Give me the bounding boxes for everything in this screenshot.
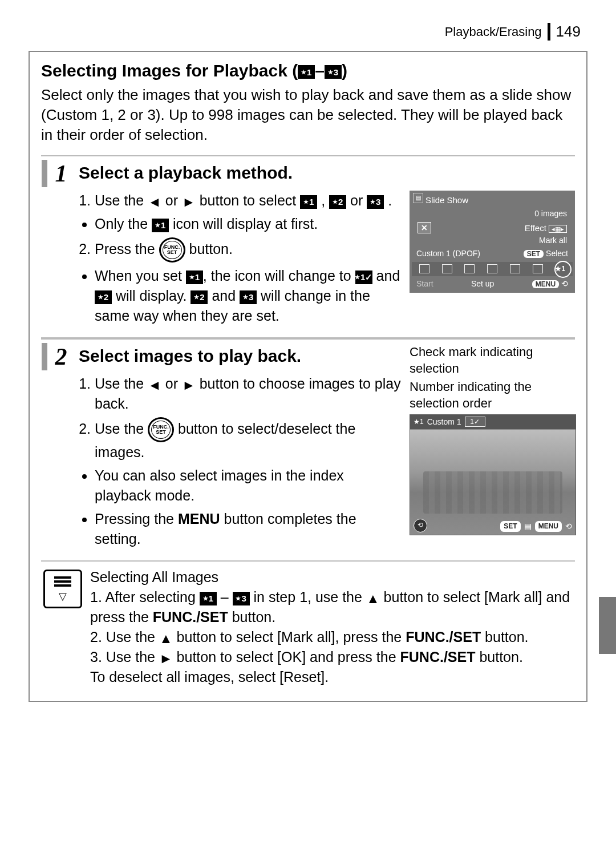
film-icon: ◂▦▸ xyxy=(549,225,567,233)
return-icon: ⟲ xyxy=(565,521,572,532)
step-2: 2 Select images to play back. Use the ◄ … xyxy=(41,338,575,562)
right-arrow-icon: ► xyxy=(159,652,173,665)
screen1-title: Slide Show xyxy=(425,195,468,205)
step2-note2: Pressing the MENU button completes the s… xyxy=(95,509,403,549)
screen1-custom: Custom 1 (DPOF) xyxy=(416,248,480,260)
right-arrow-icon: ► xyxy=(182,378,196,392)
star3-icon: ★3 xyxy=(233,592,250,605)
step1-note2: When you set ★1, the icon will change to… xyxy=(95,266,403,326)
star1-icon: ★1 xyxy=(200,592,217,605)
photo-preview xyxy=(410,430,576,535)
rotate-icon: ⟲ xyxy=(414,519,427,532)
screen1-setup: Set up xyxy=(471,278,494,290)
screen1-effect: Effect xyxy=(525,223,546,233)
title-suffix: ) xyxy=(342,61,347,80)
note-line3: 3. Use the ► button to select [OK] and p… xyxy=(90,647,573,667)
star1-icon: ★1 xyxy=(298,65,315,79)
step-1-number: 1 xyxy=(42,160,75,187)
step1-sub2: Press the FUNC.SET button. xyxy=(95,237,403,263)
header-section: Playback/Erasing xyxy=(445,25,548,39)
note-line4: To deselect all images, select [Reset]. xyxy=(90,667,573,687)
screen1-start: Start xyxy=(416,278,433,290)
right-arrow-icon: ► xyxy=(182,195,196,209)
circle-highlight-icon xyxy=(554,261,572,278)
note-icon: ▽ xyxy=(43,570,82,608)
note-heading: Selecting All Images xyxy=(90,567,573,587)
star3-icon: ★3 xyxy=(367,195,384,209)
star1-icon: ★1 xyxy=(186,271,203,284)
title-dash: – xyxy=(315,61,325,80)
image-select-screen: ★1 Custom 1 1✓ ⟲ SET ▤ MENU xyxy=(410,414,576,535)
star1-check-icon: ★1✓ xyxy=(355,271,372,284)
header-page-number: 149 xyxy=(548,23,581,41)
set-badge: SET xyxy=(500,521,520,532)
star1-icon: ★1 xyxy=(152,219,169,232)
step-2-number: 2 xyxy=(42,343,75,370)
note-line1: 1. After selecting ★1 – ★3 in step 1, us… xyxy=(90,587,573,627)
step2-sub2: Use the FUNC.SET button to select/desele… xyxy=(95,417,403,462)
screen1-markall: Mark all xyxy=(410,235,575,247)
func-set-button-icon: FUNC.SET xyxy=(148,417,174,442)
screen2-star: ★1 xyxy=(414,417,424,427)
screen2-custom: Custom 1 xyxy=(427,417,461,428)
menu-badge: MENU xyxy=(535,521,562,532)
movie-icon xyxy=(510,264,520,273)
star3-icon: ★3 xyxy=(325,65,342,79)
page-header: Playback/Erasing 149 xyxy=(29,23,587,41)
menu-badge: MENU xyxy=(532,280,559,288)
note-line2: 2. Use the ▲ button to select [Mark all]… xyxy=(90,627,573,647)
left-arrow-icon: ◄ xyxy=(148,195,161,209)
icon-strip: ★1 xyxy=(412,262,573,276)
step1-note1: Only the ★1 icon will display at first. xyxy=(95,214,403,234)
up-arrow-icon: ▲ xyxy=(159,632,173,645)
left-arrow-icon: ◄ xyxy=(148,378,161,392)
projector-icon-small: ▤ xyxy=(524,521,532,532)
loop-icon xyxy=(533,264,543,273)
step1-sub1: Use the ◄ or ► button to select ★1 , ★2 … xyxy=(95,191,403,211)
star2-icon: ★2 xyxy=(329,195,346,209)
slide-show-screen: ▤Slide Show 0 images ✕ Effect ◂▦▸ Mark a… xyxy=(410,191,575,293)
section-intro: Select only the images that you wish to … xyxy=(41,85,575,145)
step2-note1: You can also select images in the index … xyxy=(95,466,403,506)
star1-icon: ★1 xyxy=(300,195,317,209)
screen1-images: 0 images xyxy=(410,208,575,220)
stack-icon xyxy=(419,264,429,273)
step-1-text: Use the ◄ or ► button to select ★1 , ★2 … xyxy=(79,191,403,329)
date-icon xyxy=(464,264,475,273)
content-box: Selecting Images for Playback (★1–★3) Se… xyxy=(29,51,587,702)
screen1-select: Select xyxy=(546,249,568,258)
side-tab xyxy=(599,597,616,654)
section-title: Selecting Images for Playback (★1–★3) xyxy=(41,61,575,80)
step-2-heading: Select images to play back. xyxy=(79,344,403,368)
folder-icon xyxy=(487,264,497,273)
star2-icon: ★2 xyxy=(191,290,208,304)
screen2-caption1: Check mark indicating selection xyxy=(410,344,575,377)
func-set-button-icon: FUNC.SET xyxy=(159,237,185,263)
set-badge: SET xyxy=(524,250,544,258)
x-icon: ✕ xyxy=(418,222,431,233)
step-1: 1 Select a playback method. Use the ◄ or… xyxy=(41,155,575,338)
projector-icon: ▤ xyxy=(413,193,423,203)
grid-icon xyxy=(442,264,452,273)
title-text: Selecting Images for Playback ( xyxy=(41,61,298,80)
note-text: Selecting All Images 1. After selecting … xyxy=(90,567,573,687)
star2-icon: ★2 xyxy=(95,290,112,304)
star3-icon: ★3 xyxy=(240,290,257,304)
select-all-note: ▽ Selecting All Images 1. After selectin… xyxy=(41,562,575,687)
step-1-heading: Select a playback method. xyxy=(79,161,575,185)
step-2-text: Select images to play back. Use the ◄ or… xyxy=(79,344,403,552)
screen2-caption2: Number indicating the selection order xyxy=(410,379,575,411)
step2-sub1: Use the ◄ or ► button to choose images t… xyxy=(95,374,403,414)
screen2-check: 1✓ xyxy=(465,417,485,427)
up-arrow-icon: ▲ xyxy=(366,592,380,605)
